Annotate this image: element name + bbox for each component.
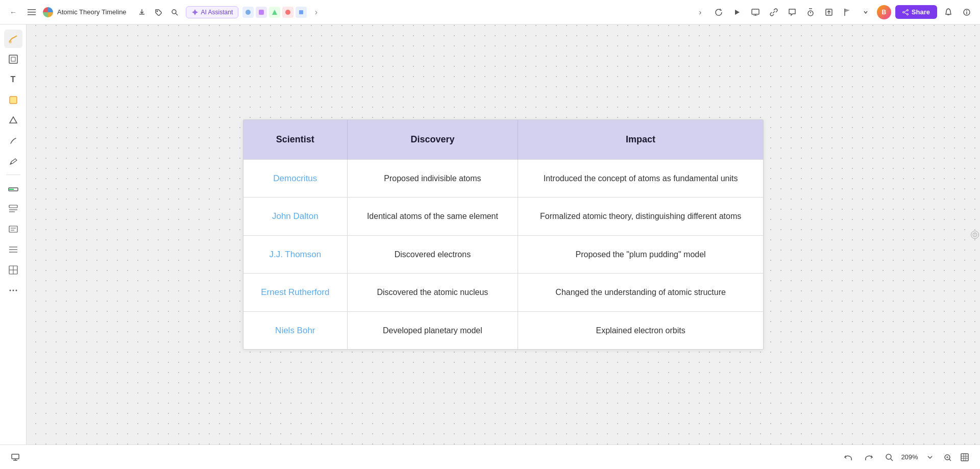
- sidebar-divider-1: [6, 175, 20, 175]
- present-icon-button[interactable]: [8, 450, 22, 464]
- header-impact: Impact: [518, 120, 763, 160]
- cell-scientist-2: J.J. Thomson: [243, 235, 347, 274]
- svg-rect-2: [28, 14, 36, 15]
- sidebar-item-sticky[interactable]: [4, 91, 22, 109]
- svg-rect-1: [28, 12, 36, 13]
- right-panel: [970, 24, 980, 445]
- svg-rect-38: [9, 205, 17, 208]
- cell-discovery-0: Proposed indivisible atoms: [347, 159, 518, 198]
- right-indicator[interactable]: [971, 231, 979, 239]
- sidebar-item-textbox[interactable]: [4, 220, 22, 238]
- svg-point-5: [172, 10, 176, 14]
- grid-toggle-button[interactable]: [958, 450, 972, 464]
- sidebar-item-paint[interactable]: [4, 30, 22, 48]
- svg-rect-8: [259, 10, 264, 15]
- cell-scientist-3: Ernest Rutherford: [243, 274, 347, 312]
- table-row: J.J. ThomsonDiscovered electronsProposed…: [243, 235, 763, 274]
- bottom-toolbar: 209%: [0, 445, 980, 469]
- svg-point-7: [246, 10, 251, 15]
- table-row: DemocritusProposed indivisible atomsIntr…: [243, 159, 763, 198]
- table-header-row: Scientist Discovery Impact: [243, 120, 763, 160]
- table-row: Niels BohrDeveloped planetary modelExpla…: [243, 311, 763, 349]
- cell-discovery-2: Discovered electrons: [347, 235, 518, 274]
- more-plugins-button[interactable]: ›: [309, 5, 323, 19]
- info-button[interactable]: [960, 5, 974, 19]
- history-button[interactable]: [712, 5, 726, 19]
- sidebar-item-pencil[interactable]: [4, 152, 22, 170]
- app-logo: [43, 7, 53, 17]
- share-button[interactable]: Share: [895, 5, 937, 19]
- zoom-dropdown-button[interactable]: [923, 450, 937, 464]
- svg-rect-31: [9, 55, 17, 63]
- cell-scientist-1: John Dalton: [243, 198, 347, 236]
- present-button[interactable]: [748, 5, 763, 19]
- plugin-1[interactable]: [242, 7, 254, 18]
- data-table: Scientist Discovery Impact DemocritusPro…: [243, 120, 763, 350]
- zoom-value: 209%: [899, 453, 920, 461]
- svg-point-55: [974, 233, 975, 234]
- cell-impact-3: Changed the understanding of atomic stru…: [518, 274, 763, 312]
- plugin-5[interactable]: [296, 7, 307, 18]
- svg-rect-3: [139, 14, 144, 15]
- svg-point-30: [9, 40, 12, 43]
- share-label: Share: [912, 8, 930, 16]
- sidebar-item-eraser[interactable]: [4, 179, 22, 198]
- sidebar-item-list[interactable]: [4, 240, 22, 259]
- svg-point-23: [906, 13, 908, 15]
- back-button[interactable]: ←: [6, 5, 20, 19]
- svg-rect-56: [12, 454, 19, 459]
- sidebar-item-shape[interactable]: [4, 111, 22, 130]
- cell-scientist-4: Niels Bohr: [243, 311, 347, 349]
- expand-button[interactable]: ›: [693, 5, 707, 19]
- svg-rect-33: [10, 96, 17, 104]
- toolbar-tools: [135, 5, 182, 19]
- export-button[interactable]: [822, 5, 836, 19]
- sidebar-item-frame[interactable]: [4, 50, 22, 68]
- svg-point-59: [886, 454, 891, 459]
- timer-button[interactable]: [803, 5, 818, 19]
- tag-button[interactable]: [151, 5, 165, 19]
- link-button[interactable]: [767, 5, 781, 19]
- search-button[interactable]: [167, 5, 182, 19]
- sidebar-item-pen[interactable]: [4, 132, 22, 150]
- canvas-area: Scientist Discovery Impact DemocritusPro…: [27, 24, 980, 445]
- svg-point-10: [285, 10, 290, 15]
- table-row: John DaltonIdentical atoms of the same e…: [243, 198, 763, 236]
- download-button[interactable]: [135, 5, 149, 19]
- svg-point-51: [12, 290, 14, 291]
- cell-scientist-0: Democritus: [243, 159, 347, 198]
- menu-button[interactable]: [24, 5, 39, 19]
- bottom-left: [8, 450, 22, 464]
- play-button[interactable]: [730, 5, 744, 19]
- zoom-in-button[interactable]: [882, 450, 896, 464]
- cell-impact-1: Formalized atomic theory, distinguishing…: [518, 198, 763, 236]
- comment-button[interactable]: [785, 5, 799, 19]
- plugin-4[interactable]: [282, 7, 293, 18]
- zoom-control: 209%: [882, 450, 972, 464]
- svg-point-21: [906, 9, 908, 11]
- top-toolbar: ← Atomic Theory Timeline AI Assistant: [0, 0, 980, 24]
- svg-point-22: [902, 11, 904, 13]
- sidebar-item-format[interactable]: [4, 200, 22, 218]
- sidebar-item-table[interactable]: [4, 261, 22, 279]
- flag-button[interactable]: [840, 5, 854, 19]
- redo-button[interactable]: [862, 450, 876, 464]
- zoom-fit-button[interactable]: [940, 450, 954, 464]
- user-avatar[interactable]: B: [877, 5, 891, 19]
- plugin-3[interactable]: [269, 7, 280, 18]
- notification-button[interactable]: [941, 5, 955, 19]
- cell-discovery-1: Identical atoms of the same element: [347, 198, 518, 236]
- bottom-right: 209%: [841, 450, 972, 464]
- svg-point-4: [156, 10, 158, 12]
- ai-assistant-button[interactable]: AI Assistant: [186, 6, 239, 18]
- svg-rect-0: [28, 9, 36, 10]
- sidebar-item-more[interactable]: [4, 281, 22, 300]
- chevron-button[interactable]: [859, 5, 873, 19]
- svg-rect-11: [299, 10, 303, 14]
- svg-line-60: [891, 459, 893, 461]
- sidebar-item-text[interactable]: T: [4, 70, 22, 89]
- undo-button[interactable]: [841, 450, 855, 464]
- svg-rect-41: [9, 226, 17, 232]
- toolbar-right: › B Share: [693, 5, 974, 19]
- plugin-2[interactable]: [256, 7, 267, 18]
